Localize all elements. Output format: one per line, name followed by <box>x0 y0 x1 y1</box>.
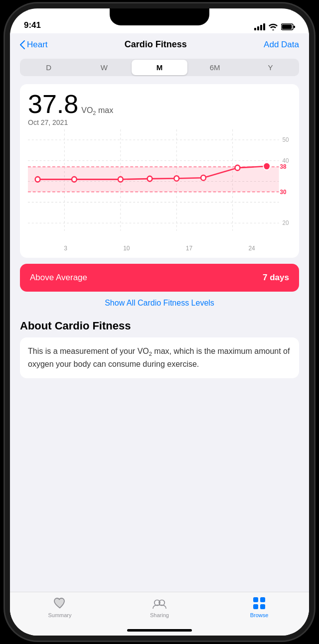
metric-date: Oct 27, 2021 <box>28 118 291 126</box>
browse-icon <box>252 596 266 610</box>
svg-rect-1 <box>282 25 292 29</box>
wifi-icon <box>269 23 278 30</box>
tab-sharing[interactable]: Sharing <box>110 596 209 618</box>
period-selector: D W M 6M Y <box>20 59 299 76</box>
above-avg-value: 7 days <box>263 273 289 283</box>
battery-icon <box>281 23 295 30</box>
signal-icon <box>254 23 265 30</box>
svg-point-25 <box>201 175 206 180</box>
chart-container: 50 40 38 30 20 <box>28 129 291 244</box>
about-card: This is a measurement of your VO2 max, w… <box>20 337 299 378</box>
heart-icon <box>53 596 67 610</box>
show-all-link[interactable]: Show All Cardio Fitness Levels <box>10 292 309 315</box>
about-section: About Cardio Fitness This is a measureme… <box>10 315 309 382</box>
tab-summary-label: Summary <box>48 612 71 618</box>
tab-summary[interactable]: Summary <box>10 596 110 618</box>
svg-point-26 <box>235 165 240 170</box>
svg-rect-34 <box>260 604 265 609</box>
svg-point-24 <box>174 176 179 181</box>
svg-text:20: 20 <box>282 219 289 226</box>
notch <box>110 8 209 25</box>
svg-point-20 <box>35 177 40 182</box>
chevron-left-icon <box>20 40 25 49</box>
x-label-17: 17 <box>186 245 192 252</box>
svg-text:30: 30 <box>280 188 287 195</box>
tab-sharing-label: Sharing <box>150 612 169 618</box>
add-data-button[interactable]: Add Data <box>264 40 299 50</box>
chart-svg: 50 40 38 30 20 <box>28 129 291 244</box>
period-btn-m[interactable]: M <box>132 60 187 75</box>
status-icons <box>254 23 295 30</box>
tab-browse-label: Browse <box>250 612 269 618</box>
svg-point-22 <box>118 177 123 182</box>
svg-rect-31 <box>253 597 258 602</box>
metric-unit: VO2 max <box>81 106 113 116</box>
above-average-card[interactable]: Above Average 7 days <box>20 264 299 292</box>
about-title: About Cardio Fitness <box>20 320 299 332</box>
back-button[interactable]: Heart <box>20 40 48 50</box>
sharing-icon <box>153 596 166 610</box>
svg-point-23 <box>148 176 153 181</box>
svg-point-21 <box>72 177 77 182</box>
x-label-24: 24 <box>248 245 255 252</box>
svg-rect-2 <box>294 26 295 28</box>
svg-rect-33 <box>253 604 258 609</box>
svg-rect-32 <box>260 597 265 602</box>
about-text: This is a measurement of your VO2 max, w… <box>28 347 290 368</box>
status-time: 9:41 <box>24 20 41 30</box>
data-card: 37.8 VO2 max Oct 27, 2021 <box>20 84 299 258</box>
period-btn-w[interactable]: W <box>76 60 132 75</box>
screen-content: Heart Cardio Fitness Add Data D W M 6M Y… <box>10 33 309 636</box>
tab-browse[interactable]: Browse <box>209 596 309 618</box>
x-label-3: 3 <box>64 245 67 252</box>
period-btn-y[interactable]: Y <box>243 60 298 75</box>
metric-value: 37.8 <box>28 91 78 117</box>
chart-x-labels: 3 10 17 24 <box>28 244 291 256</box>
nav-header: Heart Cardio Fitness Add Data <box>10 33 309 55</box>
x-label-10: 10 <box>123 245 130 252</box>
svg-text:50: 50 <box>282 136 289 143</box>
above-avg-label: Above Average <box>30 273 87 283</box>
period-btn-d[interactable]: D <box>21 60 76 75</box>
svg-text:38: 38 <box>280 163 287 170</box>
svg-point-28 <box>263 163 270 170</box>
page-title: Cardio Fitness <box>125 39 187 50</box>
period-btn-6m[interactable]: 6M <box>187 60 243 75</box>
metric-display: 37.8 VO2 max <box>28 91 291 117</box>
home-indicator <box>127 629 192 632</box>
